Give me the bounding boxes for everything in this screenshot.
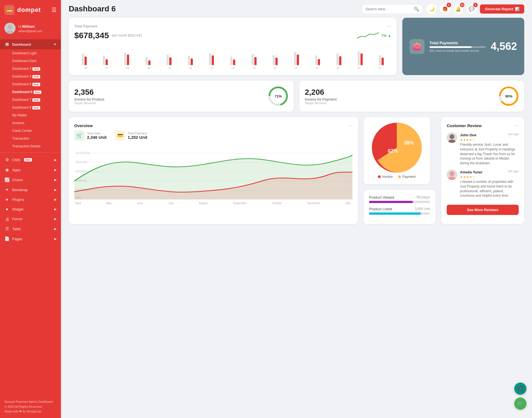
fab-headset-button[interactable]: 🎧: [514, 383, 526, 395]
last-month-label: last month $563,443: [112, 34, 142, 37]
row-2: 2,356 Invoice for Product Target 3k/mont…: [69, 81, 524, 112]
sidebar-item-table[interactable]: ☰ Table ▶: [0, 224, 61, 234]
reviewer-1-time: 5m ago: [508, 132, 519, 136]
grey-bar-14: [379, 55, 381, 65]
gift-button[interactable]: 🎁 2: [440, 4, 450, 14]
forms-arrow: ▶: [54, 217, 57, 221]
forms-label: Forms: [12, 217, 22, 221]
bar-chart: [74, 43, 391, 65]
theme-toggle-button[interactable]: 🌙: [427, 4, 437, 14]
sidebar-subitem-dashboard-light[interactable]: Dashboard Light: [0, 49, 61, 57]
dashboard-nav: ⊞ Dashboard ▼ Dashboard Light Dashboard …: [0, 38, 61, 151]
bar-group-14: [371, 55, 391, 65]
app-name: dompet: [17, 6, 41, 14]
avatar: [4, 23, 16, 34]
bar-group-12: [329, 53, 349, 65]
sidebar-subitem-transaction-details[interactable]: Transaction Details: [0, 142, 61, 150]
svg-text:1000k: 1000k: [75, 152, 90, 155]
sidebar-user: Hi,William william@gmail.com: [0, 20, 61, 38]
sidebar-subitem-mywallet[interactable]: My Wallet: [0, 111, 61, 119]
reviewer-2-time: 10h ago: [508, 170, 519, 173]
sidebar-logo: 💳 dompet ☰: [0, 0, 61, 20]
invoice-legend: Invoice: [378, 175, 393, 179]
grey-bar-3: [145, 57, 148, 65]
sidebar-subitem-transaction[interactable]: Transaction: [0, 135, 61, 142]
bell-button[interactable]: 🔔 12: [453, 4, 463, 14]
red-bar-12: [339, 56, 341, 65]
bar-label-3: 09: [138, 67, 159, 70]
table-label: Table: [12, 227, 21, 231]
sidebar-subitem-dashboard6[interactable]: Dashboard 6New: [0, 88, 61, 96]
fab-cart-button[interactable]: 🛒: [514, 398, 526, 410]
sidebar-item-widget[interactable]: ♥ Widget ▶: [0, 204, 61, 214]
svg-point-23: [448, 177, 456, 180]
sidebar-subitem-dashboard3[interactable]: Dashboard 3New: [0, 65, 61, 73]
product-listed-fill: [369, 212, 421, 215]
grey-bar-13: [358, 52, 360, 65]
chat-button[interactable]: 💬 5: [467, 4, 477, 14]
donut-payment-label: 90%: [505, 94, 512, 98]
badge-new-7: New: [32, 98, 40, 102]
search-input[interactable]: [365, 7, 411, 11]
row-3: Overview ··· 🛒 Total Sale 2,346 Unit 💳: [69, 117, 524, 224]
grey-bar-4: [167, 55, 169, 65]
greeting-text: Hi,: [18, 25, 22, 28]
sidebar-item-cms[interactable]: ⚙ CMS New ▶: [0, 155, 61, 165]
badge-new-8: New: [32, 106, 40, 109]
trend-percent: 7%: [381, 34, 387, 38]
generate-report-button[interactable]: Generate Report 📊: [480, 4, 524, 14]
total-payment-more[interactable]: ···: [387, 23, 391, 29]
sidebar-subitem-cardscenter[interactable]: Cards Center: [0, 127, 61, 135]
grey-bar-7: [230, 57, 232, 65]
reviewer-2-stars: ★★★★☆: [460, 175, 519, 179]
red-bar-0: [85, 57, 87, 65]
invoice-payment-card: 2,206 Invoice for Payment Target 3k/mont…: [299, 81, 524, 112]
badge-new-3: New: [32, 67, 40, 71]
sidebar-subitem-dashboard-dark[interactable]: Dashboard Dark: [0, 57, 61, 65]
bar-label-9: 16: [264, 67, 285, 70]
sidebar-item-plugins[interactable]: ♥ Plugins ▶: [0, 195, 61, 204]
sidebar-subitem-invoices[interactable]: Invoices: [0, 119, 61, 127]
apps-arrow: ▶: [54, 168, 57, 172]
dashboard-arrow: ▼: [53, 43, 57, 46]
table-icon: ☰: [4, 226, 9, 231]
overview-stats: 🛒 Total Sale 2,346 Unit 💳 Total Payment …: [74, 130, 352, 141]
bar-label-4: 11: [159, 67, 180, 70]
grey-bar-11: [315, 55, 317, 65]
donut-product-label: 71%: [275, 94, 282, 98]
svg-point-22: [449, 171, 454, 176]
sidebar-subitem-dashboard4[interactable]: Dashboard 4New: [0, 73, 61, 80]
see-more-reviews-button[interactable]: See More Reviews: [447, 205, 519, 215]
invoice-dot: [378, 175, 381, 178]
hamburger-icon[interactable]: ☰: [52, 7, 57, 13]
bar-group-6: [202, 53, 222, 65]
sidebar-subitem-dashboard8[interactable]: Dashboard 8New: [0, 104, 61, 111]
plugins-arrow: ▶: [54, 198, 57, 201]
donut-chart-product: 71%: [268, 86, 288, 106]
search-box[interactable]: 🔍: [362, 4, 423, 14]
stat-sale-info: Total Sale 2,346 Unit: [87, 132, 107, 140]
charts-arrow: ▶: [54, 178, 57, 182]
red-bar-4: [169, 57, 172, 65]
sale-icon: 🛒: [74, 130, 85, 141]
red-bar-14: [382, 58, 384, 65]
sidebar-item-forms[interactable]: 🖨 Forms ▶: [0, 214, 61, 224]
product-viewed-label: Product Viewed: [369, 195, 394, 199]
overview-more[interactable]: ···: [348, 123, 352, 129]
bar-group-0: [74, 53, 94, 65]
widget-label: Widget: [12, 207, 23, 211]
sidebar-item-dashboard[interactable]: ⊞ Dashboard ▼: [0, 39, 61, 49]
main-content: Dashboard 6 🔍 🌙 🎁 2 🔔 12 💬 5 Generate Re…: [61, 0, 532, 418]
sidebar-item-apps[interactable]: ◉ Apps ▶: [0, 165, 61, 175]
sidebar-item-bootstrap[interactable]: ✦ Bootstrap ▶: [0, 185, 61, 195]
sidebar-subitem-dashboard7[interactable]: Dashboard 7New: [0, 96, 61, 104]
bar-group-8: [244, 54, 264, 65]
review-more[interactable]: ···: [515, 123, 519, 129]
sidebar-item-charts[interactable]: 📈 Charts ▶: [0, 175, 61, 185]
sidebar-subitem-dashboard5[interactable]: Dashboard 5New: [0, 80, 61, 88]
sidebar-item-pages[interactable]: 📄 Pages ▶: [0, 234, 61, 244]
generate-report-label: Generate Report: [485, 7, 513, 11]
pie-chart-svg: 62% 38%: [372, 123, 422, 173]
bar-group-11: [308, 55, 328, 65]
invoice-payment-info: 2,206 Invoice for Payment Target 3k/mont…: [305, 88, 495, 105]
